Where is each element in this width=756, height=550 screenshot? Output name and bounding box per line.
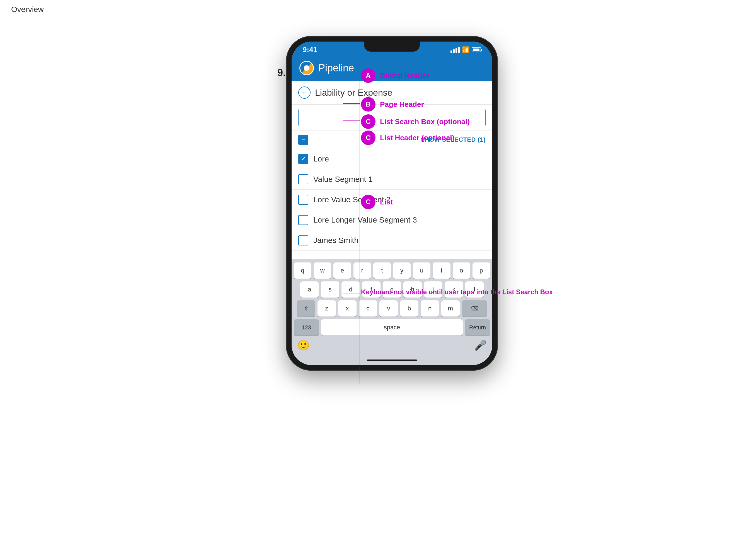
annotation-hline-b [343, 103, 360, 104]
keyboard-row-4: 123 space Return [294, 319, 490, 336]
key-s[interactable]: s [321, 282, 339, 298]
checkbox-lore-value-segment-2[interactable] [298, 195, 308, 205]
list-item[interactable]: Lore [292, 149, 492, 169]
key-i[interactable]: i [433, 262, 450, 279]
top-nav: Overview [0, 0, 756, 19]
key-w[interactable]: w [314, 262, 331, 279]
key-d[interactable]: d [341, 282, 360, 298]
key-u[interactable]: u [413, 262, 430, 279]
annotation-hline-c3 [343, 201, 360, 201]
key-b[interactable]: b [400, 301, 418, 317]
home-bar [367, 360, 417, 361]
checkbox-value-segment-1[interactable] [298, 174, 308, 184]
page-title: Liability or Expense [315, 88, 392, 98]
emoji-key[interactable]: 🙂 [297, 340, 310, 351]
status-icons: 📶 [450, 46, 481, 54]
key-backspace[interactable]: ⌫ [462, 301, 487, 317]
keyboard-bottom: 🙂 🎤 [294, 338, 490, 353]
key-n[interactable]: n [421, 301, 439, 317]
key-a[interactable]: a [300, 282, 319, 298]
annotation-hline-c1 [343, 120, 360, 121]
spacer [292, 251, 492, 259]
key-m[interactable]: m [441, 301, 460, 317]
annotation-label-a: Global Header [380, 71, 429, 80]
status-time: 9:41 [303, 45, 317, 54]
annotation-label-c3: List [380, 198, 393, 206]
annotation-bubble-b: B [361, 97, 375, 111]
key-o[interactable]: o [453, 262, 470, 279]
annotation-label-c1: List Search Box (optional) [380, 117, 470, 126]
annotation-b: B Page Header [361, 97, 424, 111]
checkbox-james-smith[interactable] [298, 235, 308, 245]
annotation-c1: C List Search Box (optional) [361, 114, 470, 129]
annotation-bubble-c3: C [361, 195, 375, 209]
annotation-label-c2: List Header (optional) [380, 134, 454, 142]
key-x[interactable]: x [338, 301, 357, 317]
logo-inner [300, 62, 313, 74]
key-space[interactable]: space [321, 319, 463, 336]
annotation-bubble-c2: C [361, 130, 375, 145]
annotation-a: A Global Header [361, 68, 429, 83]
keyboard-note: Keyboard not visible until user taps int… [361, 287, 553, 297]
annotation-c2: C List Header (optional) [361, 130, 454, 145]
item-label-james-smith: James Smith [313, 236, 358, 245]
nav-title: Overview [11, 5, 44, 14]
voice-key[interactable]: 🎤 [474, 340, 487, 351]
key-q[interactable]: q [294, 262, 311, 279]
key-z[interactable]: z [318, 301, 336, 317]
key-v[interactable]: v [379, 301, 398, 317]
checkbox-lore[interactable] [298, 154, 308, 164]
key-123[interactable]: 123 [294, 319, 319, 336]
key-t[interactable]: t [373, 262, 391, 279]
annotation-hline-kb [343, 293, 360, 294]
key-e[interactable]: e [333, 262, 351, 279]
list-item[interactable]: Lore Longer Value Segment 3 [292, 210, 492, 230]
keyboard: q w e r t y u i o p a s [292, 259, 492, 356]
annotation-label-b: Page Header [380, 100, 424, 109]
wifi-icon: 📶 [462, 46, 469, 54]
annotation-hline-c2 [343, 137, 360, 137]
keyboard-row-1: q w e r t y u i o p [294, 262, 490, 279]
key-r[interactable]: r [353, 262, 371, 279]
app-name: Pipeline [318, 62, 354, 74]
signal-icon [450, 47, 460, 53]
key-return[interactable]: Return [465, 319, 490, 336]
annotation-bubble-a: A [361, 68, 375, 83]
list-item[interactable]: Value Segment 1 [292, 169, 492, 190]
app-logo [299, 61, 314, 75]
annotation-hline-a [343, 75, 360, 75]
key-y[interactable]: y [393, 262, 411, 279]
item-label-lore: Lore [313, 154, 329, 163]
annotation-c3: C List [361, 195, 393, 209]
item-label-lore-longer: Lore Longer Value Segment 3 [313, 215, 417, 224]
annotation-bubble-c1: C [361, 114, 375, 129]
battery-icon [472, 47, 481, 52]
phone-notch [364, 42, 420, 52]
key-shift[interactable]: ⇧ [297, 301, 315, 317]
list-item[interactable]: James Smith [292, 230, 492, 251]
checkbox-lore-longer[interactable] [298, 215, 308, 225]
key-c[interactable]: c [359, 301, 377, 317]
key-p[interactable]: p [473, 262, 490, 279]
item-label-value-segment-1: Value Segment 1 [313, 175, 373, 184]
select-all-button[interactable] [298, 135, 308, 145]
keyboard-row-3: ⇧ z x c v b n m ⌫ [294, 301, 490, 317]
back-button[interactable]: ← [298, 86, 311, 99]
annotation-vline [360, 75, 360, 384]
